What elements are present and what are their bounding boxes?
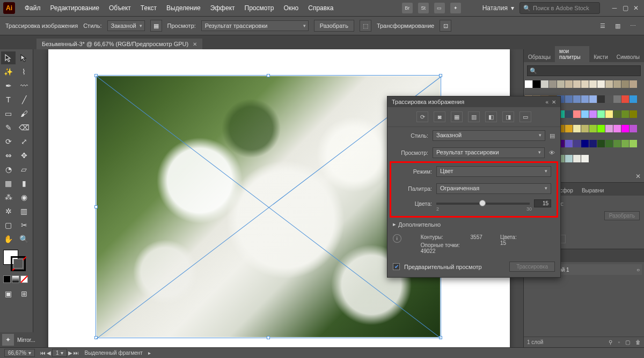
zoom-tool[interactable]: 🔍 — [17, 233, 31, 245]
menu-view[interactable]: Просмотр — [240, 2, 279, 14]
swatch[interactable] — [541, 80, 548, 88]
next-artboard-icon[interactable]: ▶ — [68, 350, 72, 356]
trace-colors-slider[interactable] — [436, 203, 530, 205]
stock-search-input[interactable]: 🔍Поиск в Adobe Stock — [519, 2, 600, 14]
preset-photo-lo-icon[interactable]: ▦ — [451, 111, 463, 122]
change-screen-tool[interactable]: ⊞ — [17, 287, 31, 300]
minimize-button[interactable]: ─ — [610, 4, 619, 12]
magic-wand-tool[interactable]: ✨ — [1, 65, 16, 78]
tab-align[interactable]: Выравни — [577, 185, 608, 196]
library-icon[interactable]: ✦ — [2, 334, 14, 346]
swatch[interactable] — [621, 140, 629, 147]
swatch-search-input[interactable]: 🔍 — [527, 65, 641, 76]
status-triangle-icon[interactable]: ▸ — [148, 350, 151, 356]
prev-artboard-icon[interactable]: ◀ — [47, 350, 51, 356]
bridge-icon[interactable]: Br — [402, 3, 413, 13]
trace-palette-select[interactable]: Ограниченная — [436, 183, 551, 194]
align-icon[interactable]: ☰ — [597, 20, 609, 32]
preset-3color-icon[interactable]: ▥ — [468, 111, 480, 122]
swatch[interactable] — [589, 95, 597, 103]
swatch[interactable] — [630, 125, 637, 132]
screen-mode-tool[interactable]: ▣ — [1, 287, 16, 300]
perspective-tool[interactable]: ▱ — [17, 163, 31, 176]
hand-tool[interactable]: ✋ — [1, 233, 16, 245]
mask-icon[interactable]: ⬚ — [360, 20, 371, 32]
swatch[interactable] — [630, 95, 637, 103]
trace-view-select[interactable]: Результат трассировки — [433, 147, 545, 158]
curvature-tool[interactable]: 〰 — [17, 79, 31, 92]
swatch[interactable] — [605, 140, 613, 147]
brush-tool[interactable]: 🖌 — [17, 107, 31, 120]
collapse-icon[interactable]: « — [545, 99, 548, 105]
blend-tool[interactable]: ◉ — [17, 191, 31, 204]
fill-stroke-swatches[interactable] — [1, 250, 32, 272]
close-button[interactable]: ✕ — [631, 4, 641, 12]
swatch[interactable] — [565, 95, 573, 103]
swatch[interactable] — [581, 110, 589, 118]
swatch[interactable] — [573, 155, 581, 162]
swatch[interactable] — [597, 95, 605, 103]
swatch[interactable] — [605, 95, 613, 103]
eyedropper-tool[interactable]: ⁂ — [1, 191, 16, 204]
artboard-nav-field[interactable]: 1▾ — [52, 349, 68, 357]
swatch[interactable] — [557, 80, 565, 88]
lasso-tool[interactable]: ⌇ — [17, 65, 31, 78]
workspace-switcher[interactable]: Наталия▾ — [482, 4, 514, 12]
rotate-tool[interactable]: ⟳ — [1, 135, 16, 148]
last-artboard-icon[interactable]: ⏭ — [74, 350, 79, 356]
swatch[interactable] — [573, 95, 581, 103]
gradient-mode-icon[interactable] — [12, 275, 19, 283]
tab-samples[interactable]: Образцы — [524, 52, 555, 62]
eraser-tool[interactable]: ⌫ — [17, 121, 31, 134]
swatch[interactable] — [597, 110, 605, 118]
menu-help[interactable]: Справка — [304, 2, 338, 14]
swatch[interactable] — [621, 95, 629, 103]
swatch[interactable] — [630, 140, 637, 147]
menu-type[interactable]: Текст — [136, 2, 161, 14]
swatch[interactable] — [549, 80, 557, 88]
preset-bw-icon[interactable]: ◨ — [502, 111, 514, 122]
swatch[interactable] — [565, 110, 573, 118]
preview-checkbox[interactable]: ✔ — [393, 263, 400, 270]
stock-icon[interactable]: St — [418, 3, 429, 13]
swatch[interactable] — [581, 80, 589, 88]
swatch[interactable] — [581, 95, 589, 103]
swatch[interactable] — [613, 125, 621, 132]
width-tool[interactable]: ⇔ — [1, 149, 16, 162]
graph-tool[interactable]: ▥ — [17, 205, 31, 218]
gpu-icon[interactable]: ✦ — [450, 3, 461, 13]
library-label[interactable]: Mirror... — [17, 337, 35, 343]
zoom-field[interactable]: 66,67%▾ — [4, 349, 35, 357]
preset-outline-icon[interactable]: ▭ — [519, 111, 531, 122]
more-icon[interactable]: ⋯ — [627, 20, 639, 32]
swatch[interactable] — [589, 110, 597, 118]
swatch[interactable] — [621, 125, 629, 132]
swatch[interactable] — [589, 140, 597, 147]
scale-tool[interactable]: ⤢ — [17, 135, 31, 148]
swatch[interactable] — [613, 110, 621, 118]
trace-colors-value[interactable]: 15 — [534, 199, 551, 207]
menu-select[interactable]: Выделение — [162, 2, 205, 14]
save-preset-icon[interactable]: ▤ — [550, 132, 555, 139]
none-mode-icon[interactable] — [20, 275, 28, 283]
swatch[interactable] — [605, 110, 613, 118]
swatch[interactable] — [573, 80, 581, 88]
expand-button[interactable]: Разобрать — [314, 20, 354, 32]
trace-panel-header[interactable]: Трассировка изображения «✕ — [387, 96, 560, 107]
swatch[interactable] — [613, 140, 621, 147]
shape-builder-tool[interactable]: ◔ — [1, 163, 16, 176]
tab-symbols[interactable]: Символы — [612, 52, 644, 62]
swatch[interactable] — [565, 125, 573, 132]
line-tool[interactable]: ╱ — [17, 93, 31, 106]
rectangle-tool[interactable]: ▭ — [1, 107, 16, 120]
first-artboard-icon[interactable]: ⏮ — [40, 350, 46, 356]
pen-tool[interactable]: ✒ — [1, 79, 16, 92]
free-transform-tool[interactable]: ✥ — [17, 149, 31, 162]
menu-edit[interactable]: Редактирование — [46, 2, 104, 14]
swatch[interactable] — [605, 80, 613, 88]
transform-icon[interactable]: ⊡ — [440, 20, 451, 32]
swatch[interactable] — [533, 80, 540, 88]
swatch[interactable] — [565, 155, 573, 162]
mesh-tool[interactable]: ▦ — [1, 177, 16, 190]
swatch[interactable] — [565, 140, 573, 147]
